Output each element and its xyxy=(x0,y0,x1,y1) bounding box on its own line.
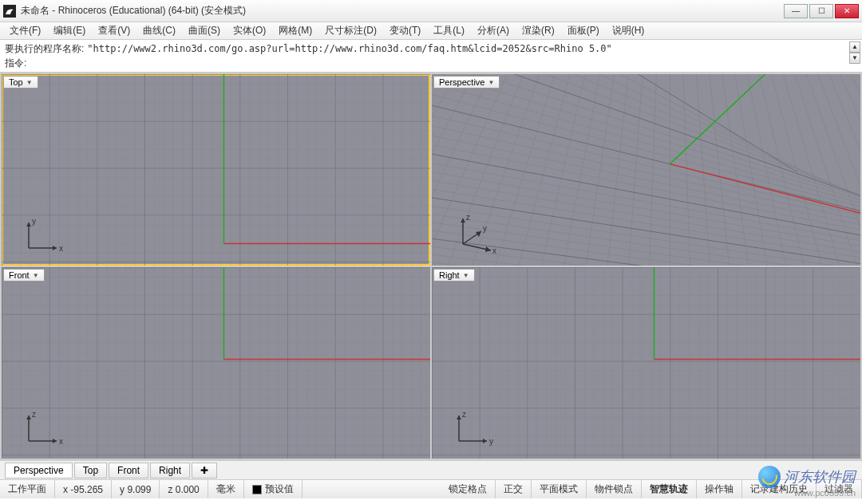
menu-item[interactable]: 文件(F) xyxy=(3,22,47,39)
menu-item[interactable]: 渲染(R) xyxy=(516,22,561,39)
svg-text:z: z xyxy=(32,410,36,419)
layer-color-swatch xyxy=(252,485,262,494)
axis-widget-right: y z xyxy=(451,409,499,452)
svg-marker-119 xyxy=(457,415,461,419)
menu-item[interactable]: 网格(M) xyxy=(272,22,318,39)
window-controls: — ☐ ✕ xyxy=(784,4,859,18)
menu-item[interactable]: 变动(T) xyxy=(383,22,427,39)
viewport-top[interactable]: Top ▼ x y xyxy=(2,74,430,266)
axis-widget-perspective: x y z xyxy=(451,212,507,259)
status-toggle[interactable]: 智慧轨迹 xyxy=(642,480,697,498)
menu-item[interactable]: 曲面(S) xyxy=(182,22,227,39)
command-area: 要执行的程序名称: "http://www2.rhino3d.com/go.as… xyxy=(0,40,862,73)
svg-text:x: x xyxy=(492,246,496,255)
titlebar: 未命名 - Rhinoceros (Educational) (64-bit) … xyxy=(0,0,862,22)
status-z: z 0.000 xyxy=(160,480,208,498)
axis-widget-front: x z xyxy=(21,409,69,452)
chevron-down-icon: ▼ xyxy=(463,272,469,279)
view-tab[interactable]: Perspective xyxy=(5,463,73,478)
viewport-perspective[interactable]: Perspective ▼ x y z xyxy=(432,74,860,266)
menu-item[interactable]: 分析(A) xyxy=(471,22,516,39)
viewport-perspective-label[interactable]: Perspective ▼ xyxy=(433,76,500,89)
menu-item[interactable]: 实体(O) xyxy=(227,22,272,39)
menu-item[interactable]: 说明(H) xyxy=(606,22,651,39)
view-tabs: PerspectiveTopFrontRight✚ xyxy=(0,460,862,479)
status-x: x -95.265 xyxy=(55,480,112,498)
chevron-down-icon: ▼ xyxy=(488,79,494,86)
status-toggle[interactable]: 正交 xyxy=(496,480,532,498)
menu-item[interactable]: 编辑(E) xyxy=(47,22,92,39)
axis-widget-top: x y xyxy=(21,216,69,259)
view-tab[interactable]: Right xyxy=(150,463,190,478)
svg-text:z: z xyxy=(462,410,466,419)
scroll-down-icon[interactable]: ▼ xyxy=(849,53,860,64)
viewport-top-label[interactable]: Top ▼ xyxy=(3,76,38,89)
command-scroll: ▲ ▼ xyxy=(849,41,860,64)
svg-marker-100 xyxy=(461,219,465,222)
maximize-button[interactable]: ☐ xyxy=(809,4,833,18)
status-toggle[interactable]: 物件锁点 xyxy=(587,480,642,498)
viewport-front[interactable]: Front ▼ x z xyxy=(2,267,430,459)
svg-marker-117 xyxy=(483,439,487,443)
menu-item[interactable]: 工具(L) xyxy=(427,22,471,39)
menubar: 文件(F)编辑(E)查看(V)曲线(C)曲面(S)实体(O)网格(M)尺寸标注(… xyxy=(0,22,862,40)
viewport-right-label[interactable]: Right ▼ xyxy=(433,269,475,282)
menu-item[interactable]: 尺寸标注(D) xyxy=(318,22,383,39)
add-view-tab[interactable]: ✚ xyxy=(192,463,217,478)
status-toggle[interactable]: 操作轴 xyxy=(697,480,742,498)
status-y: y 9.099 xyxy=(112,480,160,498)
status-toggle[interactable]: 锁定格点 xyxy=(441,480,496,498)
status-layer[interactable]: 预设值 xyxy=(244,480,302,498)
view-tab[interactable]: Front xyxy=(109,463,148,478)
menu-item[interactable]: 曲线(C) xyxy=(136,22,182,39)
view-tab[interactable]: Top xyxy=(74,463,107,478)
viewport-front-label[interactable]: Front ▼ xyxy=(3,269,45,282)
svg-text:y: y xyxy=(489,437,493,446)
status-toggle[interactable]: 平面模式 xyxy=(532,480,587,498)
scroll-up-icon[interactable]: ▲ xyxy=(849,41,860,53)
status-toggle[interactable]: 记录建构历史 xyxy=(742,480,817,498)
svg-text:z: z xyxy=(466,213,470,222)
svg-marker-108 xyxy=(53,439,57,443)
command-history-value: "http://www2.rhino3d.com/go.asp?url=http… xyxy=(84,43,857,54)
status-cplane[interactable]: 工作平面 xyxy=(0,480,55,498)
svg-text:x: x xyxy=(59,437,63,446)
status-units[interactable]: 毫米 xyxy=(208,480,244,498)
svg-text:x: x xyxy=(59,244,63,253)
close-button[interactable]: ✕ xyxy=(835,4,859,18)
menu-item[interactable]: 查看(V) xyxy=(92,22,136,39)
svg-marker-110 xyxy=(26,415,31,419)
statusbar: 工作平面 x -95.265 y 9.099 z 0.000 毫米 预设值 锁定… xyxy=(0,479,862,498)
svg-text:y: y xyxy=(32,217,36,226)
minimize-button[interactable]: — xyxy=(784,4,808,18)
window-title: 未命名 - Rhinoceros (Educational) (64-bit) … xyxy=(21,4,784,18)
svg-text:y: y xyxy=(483,224,487,233)
viewport-grid: Top ▼ x y Perspective ▼ xyxy=(0,73,862,460)
chevron-down-icon: ▼ xyxy=(33,272,39,279)
command-prompt-label: 指令: xyxy=(5,57,26,70)
svg-marker-7 xyxy=(26,222,31,226)
chevron-down-icon: ▼ xyxy=(26,79,33,86)
viewport-right[interactable]: Right ▼ y z xyxy=(432,267,860,459)
command-history-label: 要执行的程序名称: xyxy=(5,42,84,56)
status-toggle[interactable]: 过滤器 xyxy=(817,480,862,498)
svg-marker-5 xyxy=(53,246,57,250)
svg-marker-96 xyxy=(485,246,491,252)
app-icon xyxy=(3,5,16,18)
menu-item[interactable]: 面板(P) xyxy=(561,22,606,39)
